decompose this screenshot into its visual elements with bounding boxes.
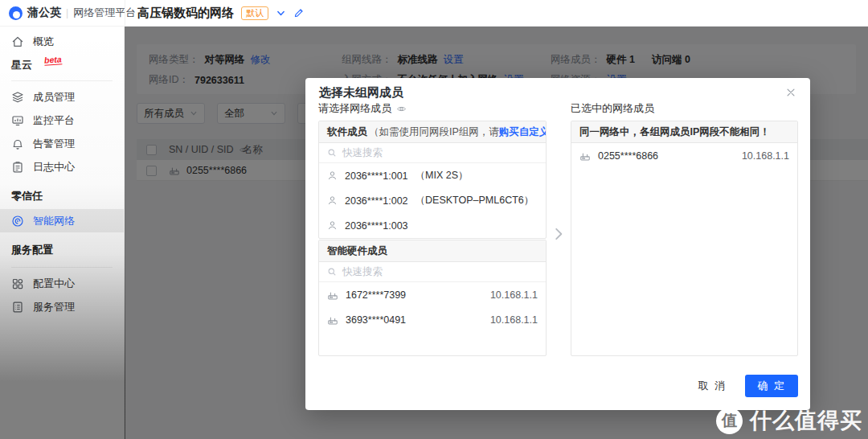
- default-badge: 默认: [241, 6, 268, 20]
- sidebar-item-nebula[interactable]: 星云beta: [0, 53, 124, 76]
- hardware-member-row[interactable]: 1672****7399 10.168.1.1: [319, 282, 546, 307]
- sidebar-item-label: 告警管理: [33, 137, 75, 151]
- search-icon: [327, 267, 337, 277]
- sidebar-item-label: 配置中心: [33, 277, 75, 291]
- smzdm-logo-icon: 值: [716, 408, 743, 434]
- right-panel-label: 已选中的网络成员: [571, 101, 654, 117]
- select-members-modal: 选择未组网成员 请选择网络成员 软件成员（如需使用同网段IP组网，请购买自定义虚…: [305, 78, 810, 410]
- selected-members-panel: 同一网络中，各组网成员IP网段不能相同！ 0255****6866 10.168…: [571, 121, 798, 356]
- sidebar-divider: [11, 267, 113, 268]
- sidebar-item-label: 智能网络: [33, 214, 75, 228]
- app-root: 蒲公英 | 网络管理平台 高压锅数码的网络 默认 概览 星云beta: [0, 0, 868, 439]
- software-member-row[interactable]: 2036****1:002 （DESKTOP–PML6CT6）: [319, 188, 546, 213]
- router-icon: [327, 289, 338, 301]
- cancel-button[interactable]: 取 消: [690, 375, 735, 397]
- router-icon: [327, 314, 338, 326]
- dandelion-logo-icon: [9, 6, 23, 20]
- eye-icon[interactable]: [396, 104, 407, 114]
- search-icon: [327, 148, 337, 158]
- sidebar-item-label: 监控平台: [33, 113, 75, 128]
- selected-members-note: 同一网络中，各组网成员IP网段不能相同！: [571, 121, 797, 143]
- smzdm-watermark: 值 什么值得买: [716, 406, 862, 435]
- software-member-row[interactable]: 2036****1:001 （MIX 2S）: [319, 163, 546, 188]
- person-icon: [327, 220, 338, 231]
- modal-title: 选择未组网成员: [319, 85, 403, 101]
- member-device: （MIX 2S）: [416, 169, 469, 183]
- member-ip: 10.168.1.1: [490, 314, 538, 326]
- sidebar-item-label: 星云: [11, 58, 32, 72]
- sidebar-item-smart-network[interactable]: 智能网络: [0, 209, 124, 232]
- clipboard-icon: [11, 161, 24, 174]
- member-name: 3693****0491: [346, 314, 406, 326]
- person-icon: [327, 195, 338, 206]
- member-name: 2036****1:002: [345, 195, 408, 207]
- close-icon[interactable]: [785, 87, 796, 98]
- sidebar-section-zero-trust: 零信任: [0, 178, 124, 209]
- brand-name: 蒲公英: [27, 6, 61, 20]
- sidebar-item-member-management[interactable]: 成员管理: [0, 85, 124, 109]
- brand-area: 蒲公英 | 网络管理平台: [0, 6, 125, 20]
- sidebar-divider: [11, 80, 113, 81]
- sidebar-item-overview[interactable]: 概览: [0, 30, 124, 53]
- grid-icon: [11, 277, 24, 290]
- monitor-icon: [11, 114, 24, 127]
- smzdm-watermark-text: 什么值得买: [750, 406, 862, 435]
- member-device: （DESKTOP–PML6CT6）: [416, 194, 534, 207]
- sidebar: 概览 星云beta 成员管理 监控平台 告警管理: [0, 27, 125, 439]
- sidebar-item-log-center[interactable]: 日志中心: [0, 155, 124, 178]
- sidebar-item-monitor-platform[interactable]: 监控平台: [0, 109, 124, 132]
- network-title: 高压锅数码的网络: [137, 6, 234, 21]
- selected-member-row[interactable]: 0255****6866 10.168.1.1: [571, 143, 797, 168]
- member-name: 2036****1:003: [345, 220, 408, 232]
- sidebar-item-label: 日志中心: [33, 160, 75, 174]
- top-bar: 蒲公英 | 网络管理平台 高压锅数码的网络 默认: [0, 0, 868, 27]
- search-placeholder: 快速搜索: [342, 265, 383, 279]
- software-member-row[interactable]: 2036****1:003: [319, 213, 546, 238]
- network-title-area: 高压锅数码的网络 默认: [125, 6, 304, 21]
- home-icon: [11, 35, 24, 48]
- hardware-search-input[interactable]: 快速搜索: [319, 262, 546, 282]
- software-members-panel: 软件成员（如需使用同网段IP组网，请购买自定义虚拟IP） 快速搜索 2036**…: [318, 121, 547, 239]
- layers-icon: [11, 91, 24, 104]
- search-placeholder: 快速搜索: [342, 146, 383, 160]
- confirm-button[interactable]: 确 定: [745, 375, 798, 397]
- person-icon: [327, 170, 338, 181]
- sidebar-item-alert-management[interactable]: 告警管理: [0, 132, 124, 155]
- sidebar-item-label: 成员管理: [33, 90, 75, 105]
- software-search-input[interactable]: 快速搜索: [319, 143, 546, 163]
- modal-footer: 取 消 确 定: [690, 375, 798, 397]
- sidebar-item-config-center[interactable]: 配置中心: [0, 272, 124, 295]
- hardware-member-row[interactable]: 3693****0491 10.168.1.1: [319, 307, 546, 332]
- hardware-members-panel: 智能硬件成员 快速搜索 1672****7399 10.168.1.1 369: [318, 240, 547, 356]
- member-ip: 10.168.1.1: [742, 150, 789, 162]
- sidebar-item-label: 概览: [33, 35, 54, 49]
- hardware-members-header: 智能硬件成员: [319, 240, 546, 262]
- document-icon: [11, 301, 24, 314]
- member-name: 1672****7399: [346, 289, 406, 301]
- bell-icon: [11, 137, 24, 150]
- smart-network-icon: [11, 215, 24, 228]
- member-name: 0255****6866: [598, 150, 658, 162]
- member-name: 2036****1:001: [345, 170, 408, 182]
- edit-network-name-icon[interactable]: [293, 8, 304, 18]
- software-members-header: 软件成员（如需使用同网段IP组网，请购买自定义虚拟IP）: [319, 121, 546, 143]
- buy-virtual-ip-link[interactable]: 购买自定义虚拟IP: [499, 125, 547, 139]
- beta-tag: beta: [44, 54, 62, 65]
- sidebar-item-service-management[interactable]: 服务管理: [0, 295, 124, 318]
- sidebar-section-service-config: 服务配置: [0, 232, 124, 263]
- left-panel-label: 请选择网络成员: [318, 101, 407, 117]
- member-ip: 10.168.1.1: [490, 289, 538, 301]
- transfer-chevron-right-icon[interactable]: [546, 221, 571, 247]
- sidebar-item-label: 服务管理: [33, 300, 75, 314]
- chevron-down-icon[interactable]: [276, 8, 286, 18]
- router-icon: [579, 150, 591, 162]
- brand-separator: |: [66, 7, 68, 18]
